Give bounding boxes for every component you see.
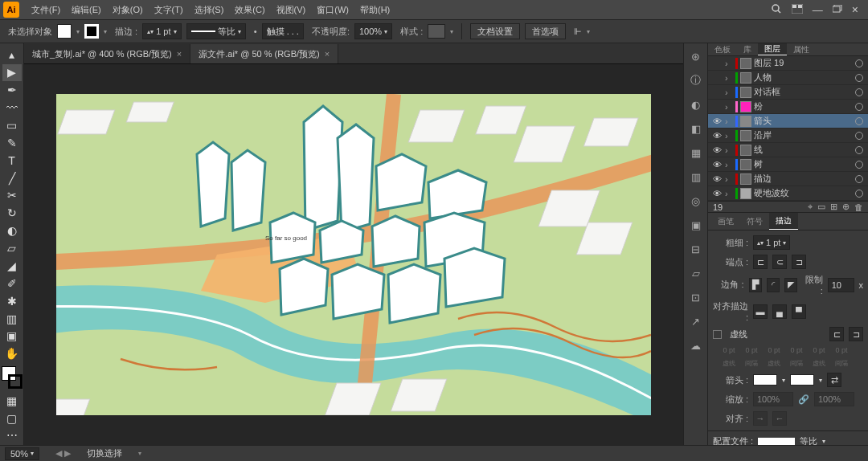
layer-row[interactable]: › 人物: [708, 71, 868, 85]
layer-row[interactable]: 👁 › 树: [708, 157, 868, 172]
menu-effect[interactable]: 效果(C): [229, 4, 270, 16]
disclose-icon[interactable]: ›: [725, 102, 733, 112]
weight-field[interactable]: ▴▾1 pt▾: [753, 235, 790, 250]
tab-brushes[interactable]: 画笔: [711, 213, 740, 230]
disclose-icon[interactable]: ›: [725, 131, 733, 141]
close-icon[interactable]: ×: [325, 49, 330, 59]
fill-stroke-control[interactable]: [2, 366, 23, 389]
target-icon[interactable]: [855, 103, 863, 111]
visibility-icon[interactable]: 👁: [711, 116, 723, 126]
layer-row[interactable]: 👁 › 描边: [708, 172, 868, 186]
tab-layers[interactable]: 图层: [758, 43, 787, 55]
visibility-icon[interactable]: 👁: [711, 189, 723, 198]
brush-tool[interactable]: ✎: [2, 134, 22, 151]
locate-icon[interactable]: ⌖: [808, 202, 813, 212]
sublayer-icon[interactable]: ⊞: [830, 202, 837, 212]
line-tool[interactable]: ╱: [2, 169, 22, 186]
style-swatch[interactable]: [428, 24, 445, 39]
arrow-start[interactable]: [753, 374, 777, 386]
visibility-icon[interactable]: 👁: [711, 131, 723, 141]
menu-help[interactable]: 帮助(H): [354, 4, 395, 16]
visibility-icon[interactable]: 👁: [711, 145, 723, 155]
edit-toolbar-icon[interactable]: ⋯: [2, 427, 22, 444]
target-icon[interactable]: [855, 190, 863, 198]
workspace-icon[interactable]: [792, 4, 803, 15]
layer-row[interactable]: 👁 › 箭头: [708, 114, 868, 129]
align-center[interactable]: ▬: [753, 304, 768, 319]
close-icon[interactable]: ×: [177, 49, 182, 59]
symbol-tool[interactable]: ✱: [2, 292, 22, 309]
swatch-icon[interactable]: ◧: [688, 120, 704, 137]
target-icon[interactable]: [855, 132, 863, 140]
menu-object[interactable]: 对象(O): [107, 4, 149, 16]
align-icon[interactable]: ⊟: [688, 241, 704, 257]
window-restore-icon[interactable]: [833, 5, 842, 14]
target-icon[interactable]: [855, 74, 863, 82]
fill-swatch[interactable]: [57, 24, 72, 39]
disclose-icon[interactable]: ›: [725, 145, 733, 155]
target-icon[interactable]: [855, 146, 863, 154]
touch-field[interactable]: 触摸 . . .: [262, 23, 304, 39]
window-close-icon[interactable]: ×: [852, 3, 858, 16]
menu-view[interactable]: 视图(V): [271, 4, 312, 16]
target-icon[interactable]: [855, 59, 863, 67]
target-icon[interactable]: [855, 117, 863, 125]
scale-start-field[interactable]: 100%: [753, 392, 793, 406]
target-icon[interactable]: [855, 88, 863, 96]
stroke-dash-field[interactable]: 等比 ▾: [186, 23, 246, 39]
canvas[interactable]: So far so good: [24, 64, 683, 445]
disclose-icon[interactable]: ›: [725, 88, 733, 97]
tab-properties[interactable]: 属性: [787, 43, 816, 55]
target-icon[interactable]: [855, 175, 863, 183]
menu-edit[interactable]: 编辑(E): [66, 4, 107, 16]
scissors-tool[interactable]: ✂: [2, 187, 22, 204]
tab-libraries[interactable]: 库: [737, 43, 758, 55]
type-tool[interactable]: T: [2, 152, 22, 169]
export-icon[interactable]: ↗: [688, 313, 704, 329]
doc-tab-1[interactable]: 城市_复制.ai* @ 400 % (RGB/预览)×: [24, 44, 190, 63]
cap-square[interactable]: ⊐: [792, 255, 806, 269]
rectangle-tool[interactable]: ▭: [2, 117, 22, 134]
menu-select[interactable]: 选择(S): [189, 4, 230, 16]
dash-preserve-icon[interactable]: ⊏: [829, 327, 844, 341]
zoom-field[interactable]: 50% ▾: [5, 447, 39, 460]
trash-icon[interactable]: 🗑: [854, 202, 863, 212]
properties-icon[interactable]: ⊛: [688, 48, 704, 64]
menu-file[interactable]: 文件(F): [26, 4, 66, 16]
prefs-button[interactable]: 首选项: [525, 23, 566, 39]
transparency-icon[interactable]: ▥: [688, 169, 704, 185]
disclose-icon[interactable]: ›: [725, 73, 733, 83]
selection-tool[interactable]: ▴: [2, 47, 22, 63]
shape-tool[interactable]: ◐: [2, 222, 22, 239]
graph-tool[interactable]: ▥: [2, 310, 22, 327]
disclose-icon[interactable]: ›: [725, 116, 733, 126]
arrow-end[interactable]: [790, 374, 814, 386]
transform-icon[interactable]: ⊡: [688, 289, 704, 305]
menu-window[interactable]: 窗口(W): [311, 4, 354, 16]
tab-symbols[interactable]: 符号: [740, 213, 769, 230]
scale-end-field[interactable]: 100%: [814, 392, 854, 406]
layer-row[interactable]: 👁 › 硬地波纹: [708, 186, 868, 201]
corner-bevel[interactable]: ◤: [784, 278, 797, 292]
layer-row[interactable]: 👁 › 沿岸: [708, 129, 868, 143]
arrow-swap-icon[interactable]: ⇄: [827, 373, 841, 387]
curvature-tool[interactable]: 〰: [2, 100, 22, 116]
visibility-icon[interactable]: 👁: [711, 174, 723, 184]
screen-mode-icon[interactable]: ▢: [2, 410, 22, 426]
corner-miter[interactable]: ▛: [749, 278, 762, 292]
tab-swatches[interactable]: 色板: [708, 43, 737, 55]
align-inside[interactable]: ▄: [772, 304, 787, 319]
search-icon[interactable]: [771, 3, 782, 16]
pathfinder-icon[interactable]: ▱: [688, 265, 704, 281]
stroke-swatch[interactable]: [84, 24, 99, 39]
arrow-align-2[interactable]: ←: [772, 411, 787, 426]
visibility-icon[interactable]: 👁: [711, 160, 723, 169]
layer-row[interactable]: › 粉: [708, 100, 868, 114]
rotate-tool[interactable]: ↻: [2, 205, 22, 222]
disclose-icon[interactable]: ›: [725, 174, 733, 184]
dash-checkbox[interactable]: [713, 330, 722, 339]
corner-round[interactable]: ◜: [767, 278, 780, 292]
artboard[interactable]: So far so good: [56, 94, 651, 415]
eraser-tool[interactable]: ▱: [2, 240, 22, 257]
disclose-icon[interactable]: ›: [725, 160, 733, 169]
